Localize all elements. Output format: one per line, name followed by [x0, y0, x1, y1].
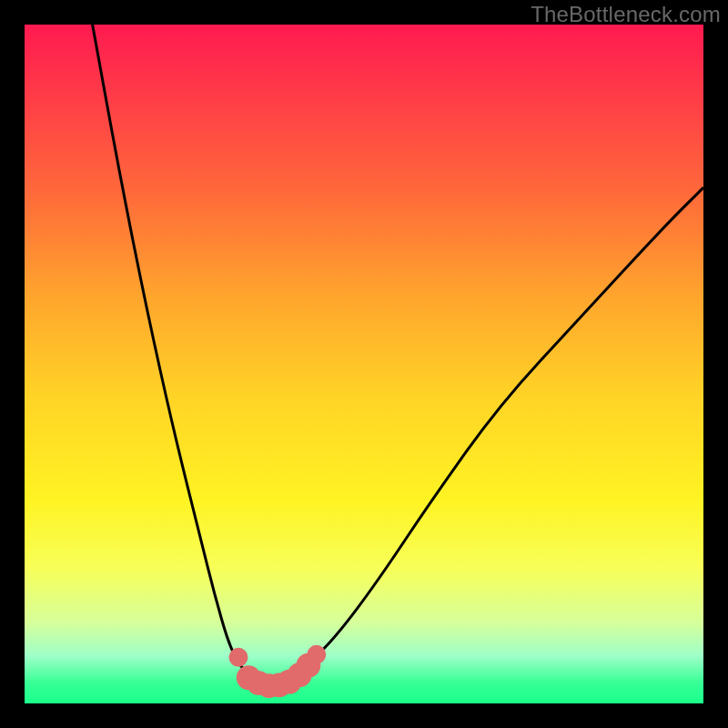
curve-left-branch [93, 25, 269, 686]
chart-svg [25, 25, 703, 703]
curve-dot [229, 648, 248, 667]
curve-dots-group [229, 645, 327, 698]
curve-right-branch [269, 187, 703, 686]
watermark-text: TheBottleneck.com [531, 2, 721, 27]
plot-area [25, 25, 703, 703]
curve-dot [307, 645, 326, 664]
